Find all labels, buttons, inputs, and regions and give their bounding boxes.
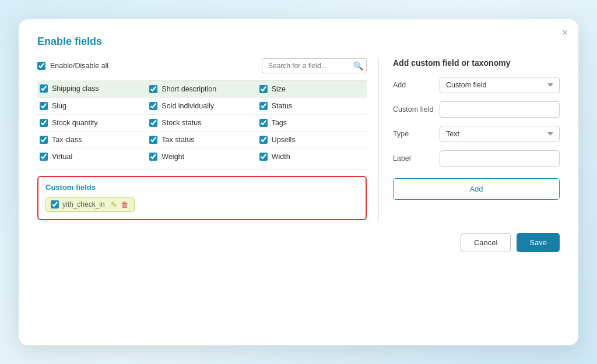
field-item: Slug	[37, 97, 147, 114]
field-checkbox-stock-status[interactable]	[149, 119, 157, 127]
field-label-virtual: Virtual	[52, 153, 72, 161]
field-item: Tax status	[147, 131, 257, 148]
cancel-button[interactable]: Cancel	[461, 233, 511, 252]
field-checkbox-shipping-class[interactable]	[40, 84, 48, 93]
modal-body: Enable/Disable all 🔍 Shipping class	[37, 58, 560, 220]
search-input[interactable]	[268, 62, 350, 70]
label-input[interactable]	[440, 150, 560, 167]
custom-field-tag: yith_check_in ✎ 🗑	[45, 197, 135, 212]
field-checkbox-sold-individually[interactable]	[149, 102, 157, 110]
field-item: Stock quantity	[37, 114, 147, 131]
type-label: Type	[393, 130, 434, 138]
enable-all-checkbox[interactable]	[37, 62, 45, 70]
custom-field-tag-label: yith_check_in	[62, 200, 105, 208]
field-label-stock-quantity: Stock quantity	[52, 119, 98, 127]
modal: × Enable fields Enable/Disable all 🔍	[19, 19, 578, 345]
field-item: Stock status	[147, 114, 257, 131]
label-label: Label	[393, 154, 434, 162]
form-row-add: Add Custom field Taxonomy	[393, 77, 560, 93]
field-checkbox-tax-class[interactable]	[40, 136, 48, 144]
field-checkbox-weight[interactable]	[149, 153, 157, 161]
field-checkbox-virtual[interactable]	[40, 153, 48, 161]
close-button[interactable]: ×	[561, 27, 568, 38]
type-select[interactable]: Text Number Date Select	[440, 126, 560, 142]
enable-all-label: Enable/Disable all	[50, 62, 108, 70]
form-row-label: Label	[393, 150, 560, 167]
modal-backdrop: × Enable fields Enable/Disable all 🔍	[0, 0, 597, 364]
custom-fields-title: Custom fields	[45, 183, 359, 192]
form-row-type: Type Text Number Date Select	[393, 126, 560, 142]
field-checkbox-status[interactable]	[259, 102, 268, 110]
add-label: Add	[393, 81, 434, 89]
field-label-upsells: Upsells	[272, 136, 296, 144]
field-item: Tax class	[37, 131, 147, 148]
search-box: 🔍	[262, 58, 367, 73]
field-item: Virtual	[37, 148, 147, 165]
field-checkbox-tags[interactable]	[259, 119, 268, 127]
form-row-custom-field: Custom field	[393, 101, 560, 118]
field-checkbox-slug[interactable]	[40, 102, 48, 110]
field-label-shipping-class: Shipping class	[52, 84, 99, 93]
field-checkbox-width[interactable]	[259, 153, 268, 161]
delete-icon[interactable]: 🗑	[121, 200, 128, 209]
field-item: Weight	[147, 148, 257, 165]
field-checkbox-stock-quantity[interactable]	[40, 119, 48, 127]
custom-field-label: Custom field	[393, 105, 434, 114]
field-label-weight: Weight	[161, 153, 184, 161]
field-item: Sold individually	[147, 97, 257, 114]
right-panel: Add custom field or taxonomy Add Custom …	[379, 58, 560, 220]
field-label-slug: Slug	[52, 102, 66, 110]
field-item: Width	[257, 148, 367, 165]
fields-scroll: Shipping class Short description Size	[37, 80, 367, 220]
field-label-status: Status	[272, 102, 292, 110]
field-label-width: Width	[272, 153, 290, 161]
add-custom-field-button[interactable]: Add	[393, 178, 560, 200]
left-panel: Enable/Disable all 🔍 Shipping class	[37, 58, 379, 220]
save-button[interactable]: Save	[517, 233, 560, 252]
field-label-sold-individually: Sold individually	[161, 102, 214, 110]
custom-field-checkbox-yith[interactable]	[51, 200, 59, 208]
field-item: Upsells	[257, 131, 367, 148]
field-checkbox-size[interactable]	[259, 85, 268, 93]
custom-fields-section: Custom fields yith_check_in ✎ 🗑	[37, 176, 367, 220]
tag-icons: ✎ 🗑	[111, 200, 128, 209]
field-item: Size	[257, 80, 367, 97]
field-label-short-description: Short description	[161, 85, 216, 93]
fields-grid: Shipping class Short description Size	[37, 80, 367, 165]
search-row: Enable/Disable all 🔍	[37, 58, 367, 73]
field-label-tax-class: Tax class	[52, 136, 82, 144]
field-label-size: Size	[272, 85, 286, 93]
edit-icon[interactable]: ✎	[111, 200, 117, 209]
add-select[interactable]: Custom field Taxonomy	[440, 77, 560, 93]
field-item: Status	[257, 97, 367, 114]
footer-buttons: Cancel Save	[37, 233, 560, 252]
field-label-tax-status: Tax status	[161, 136, 194, 144]
section-divider	[37, 169, 367, 170]
field-item: Tags	[257, 114, 367, 131]
field-checkbox-upsells[interactable]	[259, 136, 268, 144]
field-label-tags: Tags	[272, 119, 287, 127]
field-label-stock-status: Stock status	[161, 119, 201, 127]
field-item: Shipping class	[37, 80, 147, 97]
field-checkbox-short-description[interactable]	[149, 85, 157, 93]
modal-title: Enable fields	[37, 36, 560, 48]
custom-field-input[interactable]	[440, 101, 560, 118]
search-icon: 🔍	[353, 61, 363, 70]
enable-all-row: Enable/Disable all	[37, 62, 108, 70]
field-item: Short description	[147, 80, 257, 97]
field-checkbox-tax-status[interactable]	[149, 136, 157, 144]
right-panel-title: Add custom field or taxonomy	[393, 58, 560, 68]
